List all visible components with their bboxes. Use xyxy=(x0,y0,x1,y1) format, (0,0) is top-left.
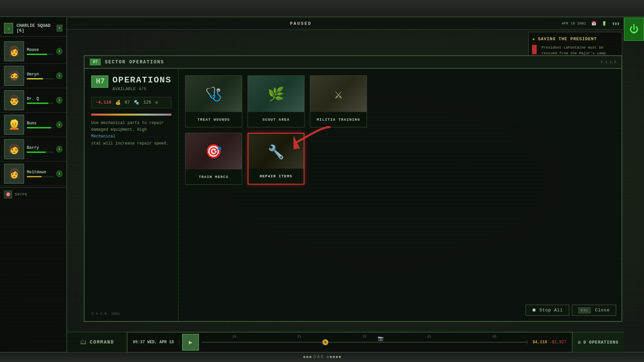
copyright: © A.I.M. 2001 xyxy=(91,312,120,316)
desc-part2: stat will increase repair speed. xyxy=(91,141,168,146)
squad-member-meltdown[interactable]: 👩 Meltdown ℹ xyxy=(0,162,66,186)
timeline-labels: 19 21 23 01 03 xyxy=(202,335,527,339)
ops-grid-area: TREAT WOUNDS SCOUT AREA MILITIA TRAINING xyxy=(178,69,622,321)
squad-member-mouse[interactable]: 👩 Mouse ℹ xyxy=(0,39,66,64)
avatar-mouse: 👩 xyxy=(4,41,24,61)
ammo-icon: 🔩 xyxy=(134,100,139,105)
ops-sector-id-big: H7 xyxy=(91,75,108,88)
quest-title: SAVING THE PRESIDENT xyxy=(538,37,597,42)
stop-icon: ⏹ xyxy=(532,308,537,313)
member-info-drq: Dr. Q xyxy=(27,97,54,104)
desc-part1: Use mechanical parts to repairdamaged eq… xyxy=(91,121,164,132)
quest-star-icon: ★ xyxy=(532,36,535,42)
squad-member-omryn[interactable]: 🧔 Omryn ℹ xyxy=(0,64,66,88)
member-info-barry: Barry xyxy=(27,145,54,153)
command-label: COMMAND xyxy=(90,340,114,345)
op-label-repair-items: REPAIR ITEMS xyxy=(249,169,304,184)
ops-panel-title-row: H7 SECTOR OPERATIONS xyxy=(90,59,164,65)
avatar-buns: 👱 xyxy=(4,115,24,135)
parts-icon: ⚙ xyxy=(155,100,158,105)
squad-header: ⚔ CHARLIE SQUAD [6] + xyxy=(0,20,66,37)
time-display: 05:37 WED, APR 18 xyxy=(127,340,179,345)
member-name-barry: Barry xyxy=(27,145,54,150)
member-name-mouse: Mouse xyxy=(27,48,54,52)
op-img-treat-wounds xyxy=(185,76,242,113)
ops-stats: -4,118 💰 67 🔩 125 ⚙ xyxy=(91,97,171,108)
member-info-meltdown: Meltdown xyxy=(27,170,54,177)
command-button[interactable]: 🗂 COMMAND xyxy=(67,332,127,352)
signal-icon: ▮▮▮ xyxy=(612,21,620,26)
member-info-omryn: Omryn xyxy=(27,72,54,79)
op-card-train-mercs[interactable]: TRAIN MERCS xyxy=(185,133,242,185)
op-card-militia-training[interactable]: MILITIA TRAINING xyxy=(310,75,367,127)
ops-info-panel: H7 OPERATIONS AVAILABLE 4/5 -4,118 💰 67 … xyxy=(85,69,178,321)
op-card-repair-items[interactable]: REPAIR ITEMS xyxy=(248,133,305,185)
oak-dots-left xyxy=(303,356,311,358)
op-card-treat-wounds[interactable]: TREAT WOUNDS xyxy=(185,75,242,127)
money-change: -$1,927 xyxy=(549,340,566,345)
quest-flag-icon xyxy=(532,45,537,54)
ops-panel-header: H7 SECTOR OPERATIONS V.1.1.8 xyxy=(85,56,622,69)
date-display: APR 18 2001 xyxy=(562,21,586,25)
ops-grid-row-1: TREAT WOUNDS SCOUT AREA MILITIA TRAINING xyxy=(185,75,615,127)
oak-text: OAK xyxy=(313,355,325,359)
status-icon-barry: ℹ xyxy=(56,146,62,153)
squad-member-barry[interactable]: 🧑 Barry ℹ xyxy=(0,137,66,162)
op-label-scout-area: SCOUT AREA xyxy=(248,112,304,127)
version-text: V.1.1.8 xyxy=(601,60,616,64)
avatar-barry: 🧑 xyxy=(4,139,24,159)
status-icon-omryn: ℹ xyxy=(56,72,62,79)
power-button[interactable] xyxy=(624,17,644,41)
member-name-omryn: Omryn xyxy=(27,72,54,77)
sector-badge: H7 xyxy=(90,59,101,65)
ops-button-icon: ⚙ xyxy=(578,340,581,345)
timeline-camera-marker: 📷 xyxy=(378,336,383,341)
paused-label: PAUSED xyxy=(290,21,312,26)
status-icon-mouse: ℹ xyxy=(56,48,62,55)
snype-bar[interactable]: 🎯 SNYPE xyxy=(0,187,66,201)
stop-all-button[interactable]: ⏹ Stop All xyxy=(526,305,569,316)
squad-icon: ⚔ xyxy=(4,23,13,34)
stat-parts: 125 xyxy=(143,100,151,105)
hp-bar-drq xyxy=(27,103,54,104)
hp-bar-mouse xyxy=(27,54,54,55)
hp-bar-omryn xyxy=(27,78,54,79)
timeline-track xyxy=(202,342,527,343)
coin-icon: 💰 xyxy=(115,100,121,105)
avatar-omryn: 🧔 xyxy=(4,66,24,86)
snype-icon: 🎯 xyxy=(4,190,12,198)
battery-icon: 🔋 xyxy=(602,21,607,26)
member-name-buns: Buns xyxy=(27,121,54,126)
status-icon-meltdown: ℹ xyxy=(56,170,62,177)
status-icon-buns: ℹ xyxy=(56,121,62,128)
ops-title-text: OPERATIONS xyxy=(112,75,171,85)
member-info-buns: Buns xyxy=(27,121,54,128)
avatar-drq: 👨 xyxy=(4,90,24,110)
squad-member-buns[interactable]: 👱 Buns ℹ xyxy=(0,113,66,137)
ops-grid-row-2: TRAIN MERCS REPAIR ITEMS xyxy=(185,133,615,185)
stat-ammo: 67 xyxy=(125,100,130,105)
quest-description: President LaFontaine must be rescued fro… xyxy=(541,45,619,56)
squad-title: CHARLIE SQUAD [6] xyxy=(16,23,53,33)
desc-highlight: Mechanical xyxy=(91,134,115,139)
squad-member-drq[interactable]: 👨 Dr. Q ℹ xyxy=(0,88,66,113)
ops-available: AVAILABLE 4/5 xyxy=(112,86,171,92)
ops-button-label: OPERATIONS xyxy=(589,340,619,345)
timeline-area: 19 21 23 01 03 S 📷 xyxy=(202,332,527,352)
op-img-train-mercs xyxy=(185,133,242,170)
member-name-meltdown: Meltdown xyxy=(27,170,54,175)
snype-label: SNYPE xyxy=(15,192,28,196)
op-label-treat-wounds: TREAT WOUNDS xyxy=(185,112,242,127)
top-bar: -$4,118 PAUSED APR 18 2001 📅 🔋 ▮▮▮ xyxy=(20,17,624,29)
oak-dots-right xyxy=(327,356,341,358)
play-button[interactable]: ▶ xyxy=(182,334,199,351)
squad-add-button[interactable]: + xyxy=(57,25,62,32)
ops-button-count: 0 xyxy=(583,340,586,345)
time-value: 05:37 WED, APR 18 xyxy=(133,340,174,345)
op-img-repair-items xyxy=(249,134,304,171)
close-button[interactable]: ESC Close xyxy=(572,305,616,316)
quest-title-row: ★ SAVING THE PRESIDENT xyxy=(532,36,619,42)
hp-bar-buns xyxy=(27,127,54,128)
op-card-scout-area[interactable]: SCOUT AREA xyxy=(248,75,305,127)
operations-button[interactable]: ⚙ 0 OPERATIONS xyxy=(572,332,624,352)
